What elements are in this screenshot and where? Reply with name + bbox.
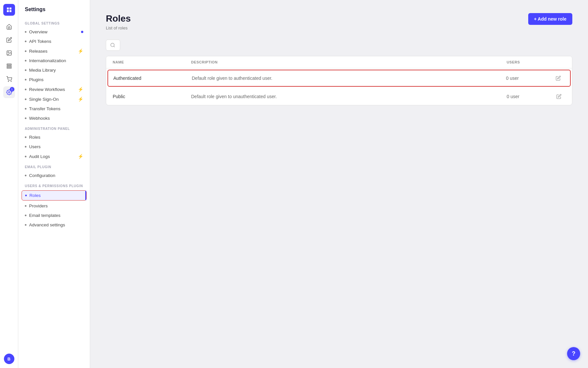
settings-nav-btn[interactable]: 1 [3, 86, 15, 98]
svg-point-9 [8, 81, 9, 82]
sidebar-item-transfer-tokens[interactable]: Transfer Tokens [18, 104, 90, 114]
active-bar [85, 191, 86, 200]
table-row: Public Default role given to unauthentic… [106, 88, 572, 105]
layers-nav-btn[interactable] [3, 60, 15, 72]
edit-role-button[interactable] [552, 76, 565, 81]
sidebar-item-webhooks[interactable]: Webhooks [18, 114, 90, 123]
sidebar-item-configuration[interactable]: Configuration [18, 171, 90, 180]
sidebar-title: Settings [18, 7, 90, 18]
media-nav-btn[interactable] [3, 47, 15, 59]
dot-icon [25, 205, 26, 207]
dot-icon [25, 69, 26, 71]
email-plugin-label: EMAIL PLUGIN [18, 161, 90, 171]
search-icon [110, 43, 115, 48]
main-content: Roles List of roles + Add new role NAME … [90, 0, 588, 368]
svg-point-11 [8, 92, 10, 93]
bolt-icon: ⚡ [78, 87, 83, 92]
sidebar-item-roles-permissions[interactable]: Roles [22, 190, 87, 201]
dot-icon [25, 195, 27, 196]
dot-icon [25, 98, 26, 100]
sidebar-item-label: API Tokens [29, 39, 51, 44]
sidebar-item-label: Advanced settings [29, 222, 65, 227]
add-new-role-button[interactable]: + Add new role [528, 13, 572, 25]
bolt-icon: ⚡ [78, 96, 83, 102]
role-name: Authenticated [113, 76, 192, 81]
sidebar-item-email-templates[interactable]: Email templates [18, 211, 90, 220]
svg-point-10 [11, 81, 11, 82]
table-row: Authenticated Default role given to auth… [107, 70, 571, 87]
page-header: Roles List of roles + Add new role [106, 13, 572, 30]
svg-rect-7 [7, 66, 11, 67]
role-description: Default role given to authenticated user… [192, 76, 506, 81]
table-header: NAME DESCRIPTION USERS [106, 56, 572, 68]
svg-point-5 [8, 52, 8, 52]
sidebar-item-label: Configuration [29, 173, 55, 178]
sidebar-item-sso[interactable]: Single Sign-On ⚡ [18, 94, 90, 104]
dot-icon [25, 215, 26, 216]
sidebar-item-label: Providers [29, 203, 48, 208]
dot-icon [25, 175, 26, 176]
sidebar-item-label: Internationalization [29, 58, 66, 63]
sidebar-item-api-tokens[interactable]: API Tokens [18, 37, 90, 46]
sidebar-item-label: Roles [29, 135, 41, 140]
sidebar-item-label: Review Workflows [29, 87, 65, 92]
bolt-icon: ⚡ [78, 48, 83, 54]
sidebar-item-advanced-settings[interactable]: Advanced settings [18, 220, 90, 230]
sidebar-item-label: Overview [29, 29, 47, 34]
sidebar-item-label: Roles [29, 193, 41, 198]
sidebar-item-plugins[interactable]: Plugins [18, 75, 90, 84]
col-actions [552, 60, 565, 64]
blue-dot-indicator [81, 31, 83, 33]
sidebar-item-label: Media Library [29, 68, 56, 73]
sidebar-item-providers[interactable]: Providers [18, 201, 90, 211]
icon-bar: 1 B [0, 0, 18, 368]
sidebar: Settings GLOBAL SETTINGS Overview API To… [18, 0, 90, 368]
dot-icon [25, 117, 26, 119]
dot-icon [25, 89, 26, 90]
global-settings-label: GLOBAL SETTINGS [18, 18, 90, 27]
home-nav-btn[interactable] [3, 21, 15, 33]
sidebar-item-label: Single Sign-On [29, 97, 59, 102]
col-users: USERS [507, 60, 552, 64]
svg-rect-3 [9, 10, 11, 12]
sidebar-item-label: Releases [29, 49, 47, 54]
sidebar-item-internationalization[interactable]: Internationalization [18, 56, 90, 65]
dot-icon [25, 224, 26, 226]
page-title-group: Roles List of roles [106, 13, 131, 30]
edit-nav-btn[interactable] [3, 34, 15, 46]
sidebar-item-review-workflows[interactable]: Review Workflows ⚡ [18, 84, 90, 94]
svg-rect-8 [7, 67, 11, 68]
sidebar-item-label: Webhooks [29, 116, 50, 121]
users-permissions-label: USERS & PERMISSIONS PLUGIN [18, 180, 90, 190]
help-button[interactable]: ? [567, 347, 580, 360]
settings-badge: 1 [10, 87, 14, 92]
sidebar-item-releases[interactable]: Releases ⚡ [18, 46, 90, 56]
dot-icon [25, 79, 26, 80]
app-logo[interactable] [3, 4, 15, 16]
role-users: 0 user [507, 94, 552, 99]
search-bar[interactable] [106, 40, 120, 51]
bolt-icon: ⚡ [78, 154, 83, 159]
sidebar-item-users-admin[interactable]: Users [18, 142, 90, 151]
user-avatar-btn[interactable]: B [4, 354, 14, 364]
sidebar-item-roles-admin[interactable]: Roles [18, 132, 90, 142]
role-users: 0 user [506, 76, 552, 81]
sidebar-item-audit-logs[interactable]: Audit Logs ⚡ [18, 151, 90, 161]
dot-icon [25, 108, 26, 110]
sidebar-item-overview[interactable]: Overview [18, 27, 90, 37]
edit-role-button[interactable] [552, 94, 565, 99]
dot-icon [25, 41, 26, 42]
dot-icon [25, 146, 26, 148]
cart-nav-btn[interactable] [3, 73, 15, 85]
dot-icon [25, 31, 26, 33]
svg-rect-6 [7, 64, 11, 65]
dot-icon [25, 156, 26, 157]
sidebar-item-label: Audit Logs [29, 154, 50, 159]
admin-panel-label: ADMINISTRATION PANEL [18, 123, 90, 132]
svg-rect-1 [9, 8, 11, 9]
svg-line-13 [114, 46, 115, 47]
svg-rect-0 [7, 8, 9, 9]
role-description: Default role given to unauthenticated us… [191, 94, 507, 99]
sidebar-item-media-library[interactable]: Media Library [18, 65, 90, 75]
dot-icon [25, 136, 26, 138]
